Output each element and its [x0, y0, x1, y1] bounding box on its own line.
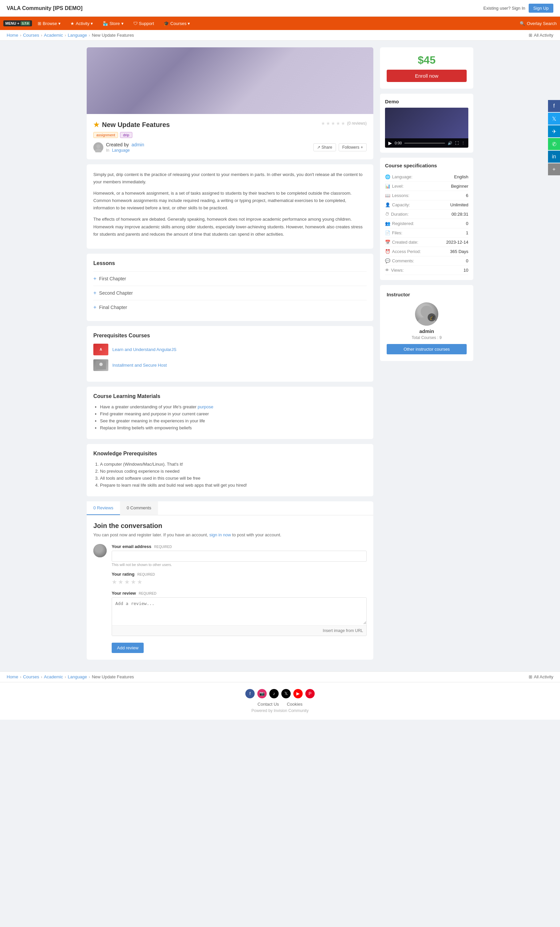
footer-instagram-icon[interactable]: 📷	[257, 689, 267, 698]
store-icon: 🏪	[103, 21, 108, 26]
review-star-4[interactable]: ★	[131, 578, 136, 586]
all-activity-bottom[interactable]: ⊞ All Activity	[529, 674, 553, 679]
site-title: VALA Community [IPS DEMO]	[7, 5, 83, 11]
star-1[interactable]: ★	[321, 121, 325, 126]
overlay-search[interactable]: 🔍 Overlay Search	[520, 21, 557, 26]
star-4[interactable]: ★	[336, 121, 340, 126]
footer-activity-icon: ⊞	[529, 674, 532, 679]
prerequisites-card: Prerequisites Courses A Learn and Unders…	[87, 326, 373, 381]
insert-image-label: Insert image from URL	[323, 628, 363, 633]
review-star-3[interactable]: ★	[124, 578, 130, 586]
spec-files-value: 1	[466, 230, 468, 236]
twitter-share-button[interactable]: 𝕏	[548, 112, 560, 125]
add-review-button[interactable]: Add review	[112, 643, 144, 653]
join-title: Join the conversation	[93, 522, 367, 530]
tab-comments[interactable]: 0 Comments	[120, 501, 158, 515]
lesson-label-2: Second Chapter	[99, 290, 133, 296]
footer-youtube-icon[interactable]: ▶	[293, 689, 303, 698]
volume-icon[interactable]: 🔊	[448, 141, 452, 145]
nav-store[interactable]: 🏪 Store ▾	[99, 17, 127, 30]
video-player[interactable]: ▶ 0:00 🔊 ⛶ ⋮	[385, 108, 468, 148]
breadcrumb-bar: Home › Courses › Academic › Language › N…	[0, 30, 560, 41]
lessons-icon: 📖	[385, 193, 390, 198]
review-textarea[interactable]	[112, 598, 366, 625]
tab-reviews[interactable]: 0 Reviews	[87, 501, 120, 515]
more-options-icon[interactable]: ⋮	[461, 141, 465, 145]
course-info-card: ★ New Update Features ★ ★ ★ ★ ★ (0 revie…	[87, 114, 373, 160]
course-title: ★ New Update Features	[93, 121, 170, 129]
featured-star-icon: ★	[93, 121, 99, 129]
spec-lessons-value: 6	[466, 193, 468, 198]
lesson-item-3[interactable]: + Final Chapter	[93, 300, 367, 315]
category-link[interactable]: Language	[112, 148, 130, 153]
tag-assignment[interactable]: assignment	[93, 132, 118, 138]
email-field[interactable]	[112, 551, 367, 562]
spec-comments: 💬 Comments: 0	[385, 256, 468, 266]
footer-facebook-icon[interactable]: f	[245, 689, 255, 698]
author-avatar[interactable]	[93, 142, 103, 152]
menu-badge[interactable]: MENU + 1.7.0	[3, 20, 32, 26]
footer-breadcrumb-courses[interactable]: Courses	[23, 674, 39, 679]
footer-breadcrumb-language[interactable]: Language	[68, 674, 87, 679]
signup-button[interactable]: Sign Up	[529, 4, 553, 13]
footer-breadcrumb-academic[interactable]: Academic	[44, 674, 63, 679]
nav-support[interactable]: 🛡 Support	[129, 17, 158, 30]
breadcrumb-academic[interactable]: Academic	[44, 33, 63, 38]
video-progress[interactable]	[404, 143, 445, 144]
fullscreen-icon[interactable]: ⛶	[455, 141, 459, 145]
prereq-link-1[interactable]: Learn and Understand AngularJS	[112, 347, 176, 352]
nav-browse[interactable]: ⊞ Browse ▾	[34, 17, 65, 30]
author-actions: ↗ Share Followers +	[313, 143, 367, 151]
author-link[interactable]: admin	[131, 142, 144, 147]
star-2[interactable]: ★	[326, 121, 330, 126]
telegram-share-button[interactable]: ✈	[548, 125, 560, 137]
whatsapp-share-button[interactable]: ✆	[548, 138, 560, 150]
linkedin-share-button[interactable]: in	[548, 150, 560, 163]
followers-button[interactable]: Followers +	[338, 143, 367, 151]
instructor-avatar[interactable]: 🎓	[415, 302, 438, 326]
rating-row: ★ ★ ★ ★ ★ (0 reviews)	[321, 121, 367, 126]
star-5[interactable]: ★	[341, 121, 345, 126]
breadcrumb-current: New Update Features	[92, 33, 134, 38]
breadcrumb-language[interactable]: Language	[68, 33, 87, 38]
existing-user-link[interactable]: Existing user? Sign In	[483, 6, 525, 11]
instructor-title: Instructor	[387, 292, 467, 297]
review-group: Your review REQUIRED Insert image from U…	[112, 591, 367, 636]
footer-tiktok-icon[interactable]: ♪	[269, 689, 279, 698]
prereq-thumb-1: A	[93, 343, 108, 355]
spec-registered: 👥 Registered: 0	[385, 219, 468, 228]
prereq-link-2[interactable]: Installment and Secure Host	[112, 363, 167, 368]
enroll-button[interactable]: Enroll now	[387, 70, 467, 82]
play-button[interactable]: ▶	[389, 140, 392, 146]
spec-language: 🌐 Language: English	[385, 172, 468, 182]
tag-drip[interactable]: drip	[120, 132, 132, 138]
footer-twitter-icon[interactable]: 𝕏	[281, 689, 291, 698]
other-courses-button[interactable]: Other instructor courses	[387, 344, 467, 354]
nav-courses[interactable]: 🎓 Courses ▾	[160, 17, 194, 30]
all-activity-top[interactable]: ⊞ All Activity	[529, 33, 553, 38]
footer-pinterest-icon[interactable]: P	[305, 689, 315, 698]
review-star-2[interactable]: ★	[118, 578, 123, 586]
breadcrumb-courses[interactable]: Courses	[23, 33, 39, 38]
nav-activity-label: Activity	[76, 21, 90, 26]
share-button[interactable]: ↗ Share	[313, 143, 336, 151]
breadcrumb-home[interactable]: Home	[7, 33, 18, 38]
contact-us-link[interactable]: Contact Us	[258, 702, 279, 707]
star-3[interactable]: ★	[331, 121, 335, 126]
spec-registered-label: 👥 Registered:	[385, 221, 414, 226]
nav-activity[interactable]: ★ Activity ▾	[66, 17, 97, 30]
footer-breadcrumb-home[interactable]: Home	[7, 674, 18, 679]
lesson-item-1[interactable]: + First Chapter	[93, 271, 367, 286]
more-share-button[interactable]: +	[548, 163, 560, 175]
review-star-5[interactable]: ★	[137, 578, 142, 586]
lesson-label-1: First Chapter	[99, 276, 126, 281]
courses-icon: 🎓	[164, 21, 169, 26]
lesson-item-2[interactable]: + Second Chapter	[93, 286, 367, 300]
insert-image-bar[interactable]: Insert image from URL	[112, 625, 366, 636]
knowledge-item-3: All tools and software used in this cour…	[100, 476, 367, 481]
facebook-share-button[interactable]: f	[548, 100, 560, 112]
review-star-1[interactable]: ★	[112, 578, 117, 586]
cookies-link[interactable]: Cookies	[287, 702, 302, 707]
sign-in-link[interactable]: sign in now	[209, 532, 231, 537]
material-item-3: See the greater meaning in the experienc…	[100, 418, 367, 423]
